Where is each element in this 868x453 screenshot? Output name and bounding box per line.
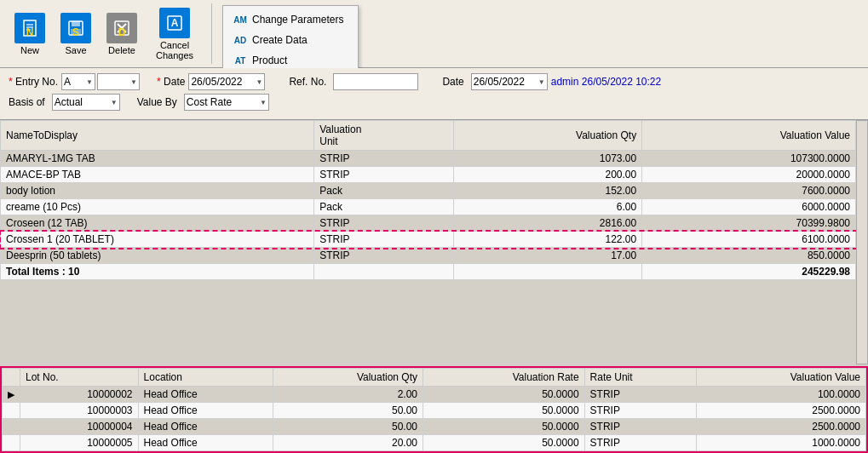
dropdown-menu: AM Change Parameters AD Create Data AT P… <box>222 5 359 75</box>
cell-val-value: 6100.0000 <box>642 232 856 248</box>
detail-table: Lot No. Location Valuation Qty Valuation… <box>2 368 866 451</box>
cell-detail-val-value: 2500.0000 <box>697 419 866 435</box>
toolbar-main-group: N New S Save <box>7 3 212 64</box>
basis-select[interactable]: Actual <box>52 94 120 111</box>
cell-arrow <box>3 435 20 451</box>
total-empty-2 <box>453 264 641 280</box>
cell-val-qty: 17.00 <box>453 248 641 264</box>
entry-no-label: * Entry No. <box>9 76 58 88</box>
cancel-button[interactable]: A Cancel Changes <box>145 4 204 64</box>
cell-val-rate: 50.0000 <box>423 419 585 435</box>
cell-location: Head Office <box>138 419 273 435</box>
new-button[interactable]: N New <box>7 9 53 59</box>
cell-val-value: 107300.0000 <box>642 151 856 167</box>
cell-location: Head Office <box>138 435 273 451</box>
cell-val-unit: STRIP <box>314 232 454 248</box>
col-val-qty: Valuation Qty <box>453 121 641 151</box>
cell-val-rate: 50.0000 <box>423 435 585 451</box>
cell-val-qty: 1073.00 <box>453 151 641 167</box>
cell-location: Head Office <box>138 387 273 403</box>
form-row-1: * Entry No. A * Date 26/05/2022 <box>9 73 859 90</box>
cell-val-unit: Pack <box>314 199 454 215</box>
date-wrap: 26/05/2022 <box>188 73 265 90</box>
col-lot-no: Lot No. <box>20 369 139 387</box>
date2-select[interactable]: 26/05/2022 <box>471 73 548 90</box>
col-name: NameToDisplay <box>1 121 314 151</box>
total-label: Total Items : 10 <box>1 264 314 280</box>
scrollbar[interactable] <box>856 120 868 364</box>
cell-lot-no: 10000005 <box>20 435 139 451</box>
cell-detail-val-qty: 20.00 <box>273 435 423 451</box>
ref-no-input[interactable] <box>333 73 418 90</box>
detail-row[interactable]: ▶ 10000002 Head Office 2.00 50.0000 STRI… <box>3 387 866 403</box>
entry-prefix-select[interactable]: A <box>61 73 95 90</box>
table-row[interactable]: Crossen 1 (20 TABLET) STRIP 122.00 6100.… <box>1 232 856 248</box>
table-row[interactable]: AMARYL-1MG TAB STRIP 1073.00 107300.0000 <box>1 151 856 167</box>
svg-text:N: N <box>26 26 34 37</box>
form-row-2: Basis of Actual Value By Cost Rate <box>9 94 859 111</box>
entry-prefix-wrap: A <box>61 73 95 90</box>
value-by-select[interactable]: Cost Rate <box>184 94 269 111</box>
new-icon-svg: N <box>20 19 39 37</box>
cell-val-qty: 6.00 <box>453 199 641 215</box>
delete-icon-svg: D <box>112 19 131 37</box>
admin-text: admin 26/05/2022 10:22 <box>551 76 661 88</box>
app-window: N New S Save <box>0 0 868 453</box>
cell-val-unit: STRIP <box>314 151 454 167</box>
upper-table-header: NameToDisplay ValuationUnit Valuation Qt… <box>1 121 856 151</box>
cell-val-unit: STRIP <box>314 167 454 183</box>
cancel-icon-svg: A <box>165 14 184 32</box>
save-button[interactable]: S Save <box>53 9 99 59</box>
cell-detail-val-qty: 50.00 <box>273 403 423 419</box>
cell-val-qty: 152.00 <box>453 183 641 199</box>
table-row[interactable]: Deesprin (50 tablets) STRIP 17.00 850.00… <box>1 248 856 264</box>
value-by-wrap: Cost Rate <box>184 94 269 111</box>
basis-label: Basis of <box>9 96 45 108</box>
cell-lot-no: 10000003 <box>20 403 139 419</box>
table-row[interactable]: body lotion Pack 152.00 7600.0000 <box>1 183 856 199</box>
save-icon-svg: S <box>66 19 85 37</box>
detail-row[interactable]: 10000003 Head Office 50.00 50.0000 STRIP… <box>3 403 866 419</box>
basis-wrap: Actual <box>52 94 120 111</box>
col-detail-val-qty: Valuation Qty <box>273 369 423 387</box>
detail-row[interactable]: 10000004 Head Office 50.00 50.0000 STRIP… <box>3 419 866 435</box>
new-icon: N <box>14 13 45 43</box>
table-row[interactable]: AMACE-BP TAB STRIP 200.00 20000.0000 <box>1 167 856 183</box>
new-button-label: New <box>20 45 39 55</box>
cell-name: AMACE-BP TAB <box>1 167 314 183</box>
create-data-icon: AD <box>233 33 247 47</box>
toolbar: N New S Save <box>0 0 868 68</box>
cell-rate-unit: STRIP <box>584 419 697 435</box>
cell-location: Head Office <box>138 403 273 419</box>
value-by-label: Value By <box>137 96 177 108</box>
cell-name: Crossen 1 (20 TABLET) <box>1 232 314 248</box>
cell-name: Croseen (12 TAB) <box>1 215 314 232</box>
cell-arrow <box>3 419 20 435</box>
menu-item-create-data[interactable]: AD Create Data <box>223 30 358 50</box>
menu-item-create-data-label: Create Data <box>252 34 308 46</box>
cancel-button-label: Cancel Changes <box>147 40 203 60</box>
cell-val-rate: 50.0000 <box>423 403 585 419</box>
table-row[interactable]: creame (10 Pcs) Pack 6.00 6000.0000 <box>1 199 856 215</box>
cell-name: Deesprin (50 tablets) <box>1 248 314 264</box>
cell-val-qty: 200.00 <box>453 167 641 183</box>
cell-detail-val-value: 2500.0000 <box>697 403 866 419</box>
menu-item-change-params[interactable]: AM Change Parameters <box>223 9 358 30</box>
detail-table-header: Lot No. Location Valuation Qty Valuation… <box>3 369 866 387</box>
cell-rate-unit: STRIP <box>584 387 697 403</box>
table-row[interactable]: Croseen (12 TAB) STRIP 2816.00 70399.980… <box>1 215 856 232</box>
entry-no-select[interactable] <box>97 73 140 90</box>
cell-detail-val-value: 1000.0000 <box>697 435 866 451</box>
total-value: 245229.98 <box>642 264 856 280</box>
cell-val-rate: 50.0000 <box>423 387 585 403</box>
cell-detail-val-qty: 2.00 <box>273 387 423 403</box>
detail-row[interactable]: 10000005 Head Office 20.00 50.0000 STRIP… <box>3 435 866 451</box>
menu-item-change-params-label: Change Parameters <box>252 14 343 26</box>
col-location: Location <box>138 369 273 387</box>
delete-button[interactable]: D Delete <box>99 9 145 59</box>
date-select[interactable]: 26/05/2022 <box>188 73 265 90</box>
cell-detail-val-value: 100.0000 <box>697 387 866 403</box>
svg-text:S: S <box>72 26 79 37</box>
cell-rate-unit: STRIP <box>584 403 697 419</box>
ref-no-label: Ref. No. <box>289 76 326 88</box>
